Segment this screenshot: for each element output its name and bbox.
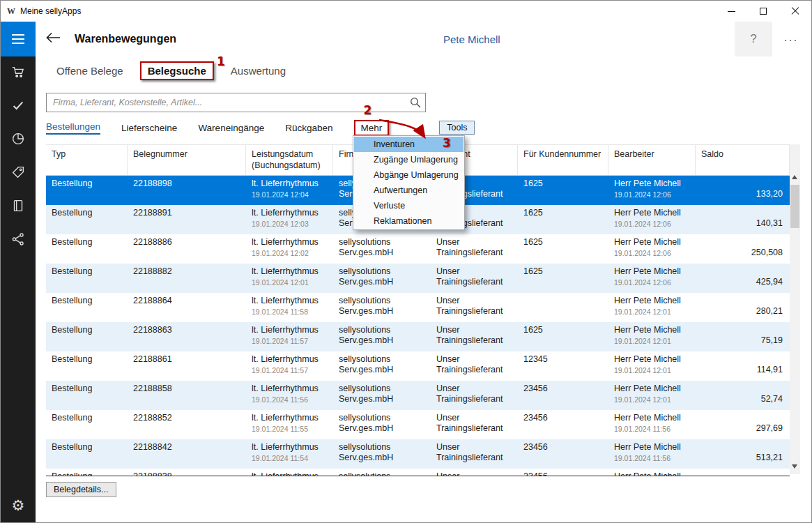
column-header[interactable]: Leistungsdatum (Buchungsdatum) <box>246 145 333 175</box>
menu-item[interactable]: Reklamationen <box>354 213 464 229</box>
cell-saldo <box>696 469 790 476</box>
sidebar-item-prices[interactable] <box>1 157 36 190</box>
cell-firma: sellysolutions Serv.ges.mbH <box>333 439 431 469</box>
tab-auswertung[interactable]: Auswertung <box>231 65 286 77</box>
cell-typ: Bestellung <box>46 351 128 381</box>
menu-item[interactable]: Zugänge Umlagerung <box>354 152 464 167</box>
subtab-mehr-label: Mehr <box>361 123 383 133</box>
cell-firma: sellysolutions Serv.ges.mbH <box>333 351 431 381</box>
menu-item[interactable]: Verluste <box>354 198 464 213</box>
table-row[interactable]: Bestellung 22188861 lt. Lieferrhythmus 1… <box>46 351 790 381</box>
cell-kundennummer: 1625 <box>518 176 608 205</box>
cell-bearbeiter: Herr Pete Michell 19.01.2024 12:01 <box>608 322 696 351</box>
cell-typ: Bestellung <box>46 322 128 351</box>
cell-belegnummer: 22188864 <box>128 293 246 322</box>
cell-kundennummer: 12345 <box>518 351 608 381</box>
cell-belegnummer: 22188858 <box>128 381 246 410</box>
cell-saldo: 513,21 <box>696 439 790 469</box>
column-header[interactable]: Bearbeiter <box>608 145 696 175</box>
titlebar: W Meine sellyApps <box>1 1 811 22</box>
cell-leistungsdatum: lt. Lieferrhythmus 19.01.2024 11:57 <box>246 322 333 351</box>
vertical-scrollbar[interactable] <box>790 144 800 474</box>
cell-belegnummer: 22188838 <box>128 469 246 476</box>
tab-belegsuche[interactable]: Belegsuche 1 <box>140 61 214 80</box>
sidebar-item-cart[interactable] <box>1 56 36 90</box>
cell-kundennummer: 1625 <box>518 205 608 234</box>
cell-saldo: 75,19 <box>696 322 790 351</box>
scrollbar-thumb[interactable] <box>790 185 799 228</box>
column-header[interactable]: Typ <box>46 145 128 175</box>
table-row[interactable]: Bestellung 22188882 lt. Lieferrhythmus 1… <box>46 264 790 293</box>
cell-lieferant: Unser Trainingslieferant <box>431 381 518 410</box>
scroll-down-arrow[interactable] <box>792 464 797 469</box>
subtab-rueckgaben[interactable]: Rückgaben <box>285 123 332 133</box>
cell-bearbeiter: Herr Pete Michell 19.01.2024 12:06 <box>608 264 696 293</box>
gear-icon: ⚙ <box>12 499 25 513</box>
cell-kundennummer: 23456 <box>518 410 608 439</box>
cell-firma: sellysolutions Serv.ges.mbH <box>333 234 431 264</box>
close-button[interactable] <box>779 1 811 22</box>
maximize-button[interactable] <box>747 1 779 22</box>
page-title: Warenbewegungen <box>75 33 176 45</box>
sidebar-item-tasks[interactable] <box>1 90 36 123</box>
sidebar-item-share[interactable] <box>1 224 36 257</box>
cell-leistungsdatum: lt. Lieferrhythmus 19.01.2024 12:04 <box>246 176 333 205</box>
more-options-button[interactable]: ··· <box>772 22 810 56</box>
column-header[interactable]: Belegnummer <box>128 145 246 175</box>
annotation-step-1: 1 <box>217 54 225 68</box>
sidebar-item-statistics[interactable] <box>1 123 36 157</box>
cell-saldo: 52,74 <box>696 381 790 410</box>
help-button[interactable]: ? <box>735 22 772 56</box>
subtab-wareneingaenge[interactable]: Wareneingänge <box>198 123 264 133</box>
cell-bearbeiter: Herr Pete Michell 19.01.2024 12:01 <box>608 351 696 381</box>
cell-bearbeiter: Herr Pete Michell 19.01.2024 12:06 <box>608 205 696 234</box>
cell-leistungsdatum: lt. Lieferrhythmus 19.01.2024 12:01 <box>246 264 333 293</box>
sidebar-item-journal[interactable] <box>1 190 36 224</box>
cell-firma: sellysolutions Serv.ges.mbH <box>333 293 431 322</box>
table-row[interactable]: Bestellung 22188838 lt. Lieferrhythmus s… <box>46 469 790 476</box>
cell-belegnummer: 22188863 <box>128 322 246 351</box>
subtab-mehr[interactable]: Mehr 2 <box>354 120 390 136</box>
back-button[interactable] <box>45 32 61 46</box>
sidebar: ⚙ <box>1 22 36 522</box>
belegdetails-button[interactable]: Belegdetails... <box>46 482 116 497</box>
minimize-icon <box>728 11 735 12</box>
cell-leistungsdatum: lt. Lieferrhythmus 19.01.2024 11:54 <box>246 439 333 469</box>
cell-typ: Bestellung <box>46 264 128 293</box>
menu-item[interactable]: Aufwertungen <box>354 183 464 198</box>
table-row[interactable]: Bestellung 22188886 lt. Lieferrhythmus 1… <box>46 234 790 264</box>
user-name: Pete Michell <box>443 22 500 56</box>
cell-kundennummer: 1625 <box>518 322 608 351</box>
table-row[interactable]: Bestellung 22188842 lt. Lieferrhythmus 1… <box>46 439 790 469</box>
cell-saldo: 425,94 <box>696 264 790 293</box>
table-row[interactable]: Bestellung 22188864 lt. Lieferrhythmus 1… <box>46 293 790 322</box>
cell-leistungsdatum: lt. Lieferrhythmus 19.01.2024 12:03 <box>246 205 333 234</box>
search-icon[interactable] <box>410 97 421 111</box>
cell-leistungsdatum: lt. Lieferrhythmus 19.01.2024 11:56 <box>246 381 333 410</box>
tab-offene-belege[interactable]: Offene Belege <box>56 65 123 77</box>
scroll-up-arrow[interactable] <box>792 175 797 179</box>
annotation-step-2: 2 <box>364 103 372 117</box>
menu-item[interactable]: Abgänge Umlagerung <box>354 167 464 183</box>
table-row[interactable]: Bestellung 22188858 lt. Lieferrhythmus 1… <box>46 381 790 410</box>
hamburger-menu-button[interactable] <box>1 22 36 56</box>
cell-saldo: 133,20 <box>696 176 790 205</box>
cell-bearbeiter: Herr Pete Michell 19.01.2024 11:56 <box>608 410 696 439</box>
table-row[interactable]: Bestellung 22188852 lt. Lieferrhythmus 1… <box>46 410 790 439</box>
cell-saldo: 250,508 <box>696 234 790 264</box>
subtab-bestellungen[interactable]: Bestellungen <box>46 121 100 135</box>
cell-kundennummer: 23456 <box>518 381 608 410</box>
cell-typ: Bestellung <box>46 205 128 234</box>
column-header[interactable]: Für Kundennummer <box>518 145 608 175</box>
app-logo-icon: W <box>7 6 15 17</box>
cell-belegnummer: 22188861 <box>128 351 246 381</box>
column-header[interactable]: Saldo <box>696 145 790 175</box>
tools-button[interactable]: Tools <box>439 121 475 135</box>
annotation-step-3: 3 <box>443 136 451 150</box>
minimize-button[interactable] <box>715 1 747 22</box>
subtab-lieferscheine[interactable]: Lieferscheine <box>121 123 177 133</box>
cell-belegnummer: 22188842 <box>128 439 246 469</box>
table-row[interactable]: Bestellung 22188863 lt. Lieferrhythmus 1… <box>46 322 790 351</box>
sidebar-item-settings[interactable]: ⚙ <box>1 489 36 522</box>
cell-lieferant: Unser <box>431 469 518 476</box>
